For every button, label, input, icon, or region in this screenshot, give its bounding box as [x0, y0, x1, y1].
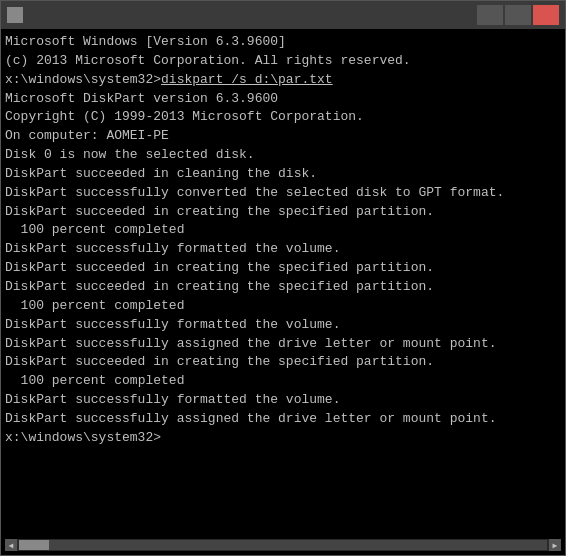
console-line: 100 percent completed — [5, 297, 561, 316]
scroll-right-button[interactable]: ▶ — [549, 539, 561, 551]
console-line: 100 percent completed — [5, 221, 561, 240]
scrollbar-thumb[interactable] — [19, 540, 49, 550]
scrollbar-track[interactable] — [19, 540, 547, 550]
title-bar — [1, 1, 565, 29]
console-output: Microsoft Windows [Version 6.3.9600](c) … — [5, 33, 561, 539]
console-line: Copyright (C) 1999-2013 Microsoft Corpor… — [5, 108, 561, 127]
cmd-window: Microsoft Windows [Version 6.3.9600](c) … — [0, 0, 566, 556]
console-line: DiskPart succeeded in creating the speci… — [5, 203, 561, 222]
console-body: Microsoft Windows [Version 6.3.9600](c) … — [1, 29, 565, 555]
console-line: x:\windows\system32> — [5, 429, 561, 448]
scroll-left-button[interactable]: ◀ — [5, 539, 17, 551]
console-line: DiskPart succeeded in creating the speci… — [5, 353, 561, 372]
console-line: DiskPart succeeded in creating the speci… — [5, 278, 561, 297]
close-button[interactable] — [533, 5, 559, 25]
horizontal-scrollbar[interactable]: ◀ ▶ — [5, 539, 561, 551]
console-line: On computer: AOMEI-PE — [5, 127, 561, 146]
title-bar-left — [7, 7, 29, 23]
console-line: Microsoft DiskPart version 6.3.9600 — [5, 90, 561, 109]
cmd-icon — [7, 7, 23, 23]
console-line: (c) 2013 Microsoft Corporation. All righ… — [5, 52, 561, 71]
console-line: x:\windows\system32>diskpart /s d:\par.t… — [5, 71, 561, 90]
console-line: DiskPart successfully formatted the volu… — [5, 240, 561, 259]
console-line: Disk 0 is now the selected disk. — [5, 146, 561, 165]
console-line: DiskPart succeeded in cleaning the disk. — [5, 165, 561, 184]
console-line: DiskPart succeeded in creating the speci… — [5, 259, 561, 278]
console-line: DiskPart successfully assigned the drive… — [5, 410, 561, 429]
maximize-button[interactable] — [505, 5, 531, 25]
minimize-button[interactable] — [477, 5, 503, 25]
console-line: DiskPart successfully assigned the drive… — [5, 335, 561, 354]
console-line: DiskPart successfully formatted the volu… — [5, 316, 561, 335]
console-line: DiskPart successfully formatted the volu… — [5, 391, 561, 410]
title-bar-controls — [477, 5, 559, 25]
console-line: 100 percent completed — [5, 372, 561, 391]
console-line: DiskPart successfully converted the sele… — [5, 184, 561, 203]
console-line: Microsoft Windows [Version 6.3.9600] — [5, 33, 561, 52]
